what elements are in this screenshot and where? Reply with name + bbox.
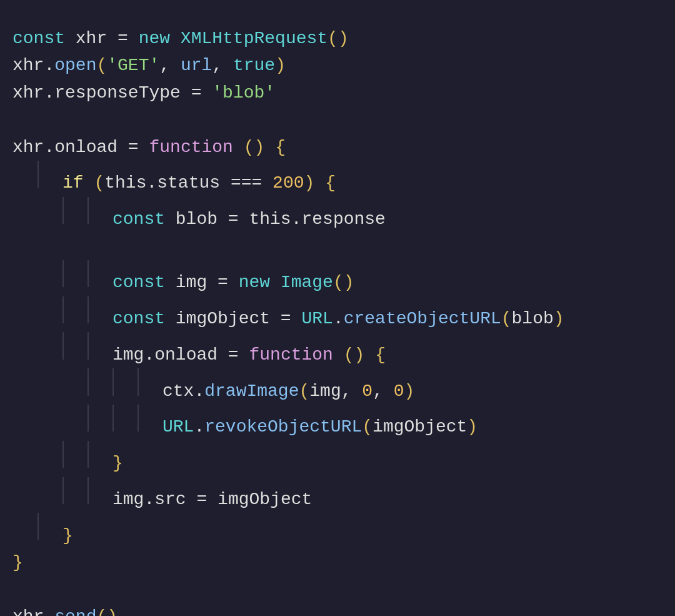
keyword-const: const [12, 25, 65, 52]
indent-guide-2a [62, 197, 64, 224]
indent-guide-6c [138, 368, 139, 395]
code-line-10: const imgObject = URL . createObjectURL … [12, 296, 662, 333]
code-block: const xhr = new XMLHttpRequest () xhr . … [0, 0, 675, 616]
code-line-7: const blob = this . response [12, 197, 662, 233]
code-line-12: ctx . drawImage ( img , 0 , 0 ) [12, 368, 662, 405]
code-line-17: } [12, 549, 662, 576]
indent-guide-8a [62, 441, 64, 468]
code-line-14: } [12, 441, 662, 477]
code-empty-3 [12, 577, 662, 603]
indent-guide-4a [62, 296, 64, 323]
indent-guide-5b [88, 332, 89, 359]
code-line-5: xhr . onload = function () { [12, 134, 662, 161]
code-line-9: const img = new Image () [12, 260, 662, 296]
indent-guide-7c [138, 405, 139, 432]
code-line-1: const xhr = new XMLHttpRequest () [12, 25, 662, 52]
indent-guide-3a [62, 260, 64, 287]
code-line-6: if ( this . status === 200 ) { [12, 161, 662, 197]
code-line-13: URL . revokeObjectURL ( imgObject ) [12, 405, 662, 441]
indent-guide-3b [88, 260, 89, 287]
indent-guide-8b [88, 441, 89, 468]
code-line-15: img . src = imgObject [12, 477, 662, 513]
indent-guide-9b [88, 477, 89, 504]
indent-guide-7a [88, 405, 89, 432]
indent-guide-5a [62, 332, 64, 359]
indent-guide-10 [38, 513, 39, 540]
indent-guide-7b [112, 405, 114, 432]
code-empty-2 [12, 233, 662, 260]
indent-guide-6a [88, 368, 89, 395]
code-line-2: xhr . open ( 'GET' , url , true ) [12, 52, 662, 79]
indent-guide-6b [112, 368, 114, 395]
code-line-19: xhr . send () [12, 603, 662, 616]
indent-guide-9a [62, 477, 64, 504]
code-line-16: } [12, 513, 662, 549]
indent-guide-1 [38, 161, 39, 188]
code-empty-1 [12, 106, 662, 133]
code-line-3: xhr . responseType = 'blob' [12, 79, 662, 106]
code-line-11: img . onload = function () { [12, 332, 662, 368]
indent-guide-4b [88, 296, 89, 323]
indent-guide-2b [88, 197, 89, 224]
